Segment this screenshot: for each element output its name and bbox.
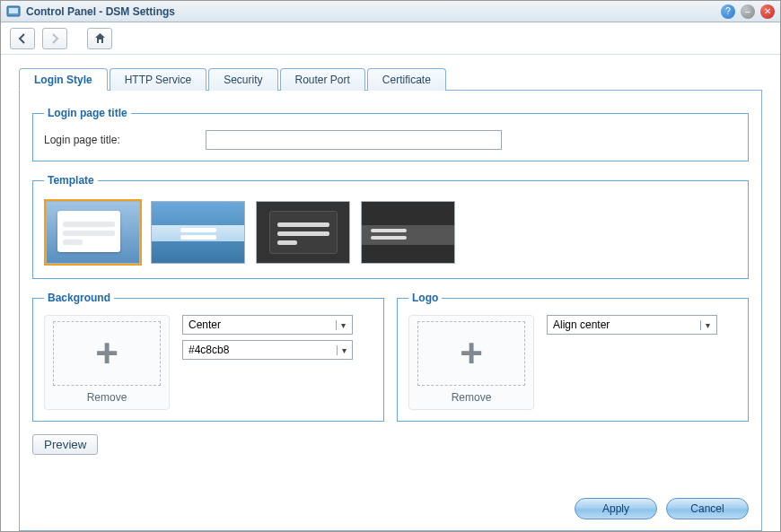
background-remove-link[interactable]: Remove xyxy=(87,391,127,404)
plus-icon: + xyxy=(460,334,483,373)
logo-align-select[interactable]: Align center ▾ xyxy=(547,315,717,335)
template-option-4[interactable] xyxy=(361,201,455,264)
titlebar: Control Panel - DSM Settings ? – ✕ xyxy=(1,1,780,22)
chevron-down-icon: ▾ xyxy=(337,345,350,355)
button-label: Apply xyxy=(602,502,629,515)
logo-remove-link[interactable]: Remove xyxy=(452,391,492,404)
tab-login-style[interactable]: Login Style xyxy=(19,68,108,91)
home-icon xyxy=(94,32,106,44)
toolbar xyxy=(1,22,780,55)
select-value: Center xyxy=(189,318,221,331)
legend-template: Template xyxy=(44,174,98,187)
legend-login-title: Login page title xyxy=(44,107,131,119)
content: Login Style HTTP Service Security Router… xyxy=(1,55,780,531)
tab-label: Certificate xyxy=(382,74,431,86)
close-button[interactable]: ✕ xyxy=(760,4,775,19)
tab-security[interactable]: Security xyxy=(208,68,277,91)
logo-add-button[interactable]: + xyxy=(417,321,525,386)
help-button[interactable]: ? xyxy=(721,4,735,19)
template-option-3[interactable] xyxy=(256,201,350,264)
tab-router-port[interactable]: Router Port xyxy=(280,68,365,91)
window: Control Panel - DSM Settings ? – ✕ Login… xyxy=(0,0,781,532)
button-label: Preview xyxy=(44,438,86,451)
svg-rect-1 xyxy=(9,8,18,13)
login-title-input[interactable] xyxy=(206,130,502,150)
apply-button[interactable]: Apply xyxy=(575,498,657,519)
arrow-right-icon xyxy=(49,33,60,44)
login-title-label: Login page title: xyxy=(44,134,206,146)
template-option-1[interactable] xyxy=(46,201,140,264)
back-button[interactable] xyxy=(10,28,35,49)
tab-label: HTTP Service xyxy=(125,74,191,86)
background-position-select[interactable]: Center ▾ xyxy=(182,315,353,335)
select-value: Align center xyxy=(553,318,610,331)
tab-http-service[interactable]: HTTP Service xyxy=(110,68,206,91)
cancel-button[interactable]: Cancel xyxy=(666,498,749,519)
tab-label: Login Style xyxy=(34,74,92,86)
template-fieldset: Template xyxy=(32,174,749,279)
tab-label: Security xyxy=(224,74,262,86)
background-color-input[interactable] xyxy=(189,344,337,356)
template-option-2[interactable] xyxy=(151,201,245,264)
chevron-down-icon: ▾ xyxy=(336,320,350,330)
plus-icon: + xyxy=(95,334,118,373)
tab-panel: Login page title Login page title: Templ… xyxy=(19,90,762,531)
minimize-button[interactable]: – xyxy=(741,4,755,19)
login-title-fieldset: Login page title Login page title: xyxy=(32,107,749,161)
legend-background: Background xyxy=(44,292,114,304)
background-color-combo[interactable]: ▾ xyxy=(182,340,353,360)
preview-button[interactable]: Preview xyxy=(32,434,98,455)
tabs: Login Style HTTP Service Security Router… xyxy=(19,67,762,90)
tab-label: Router Port xyxy=(295,74,350,86)
window-title: Control Panel - DSM Settings xyxy=(26,5,715,18)
arrow-left-icon xyxy=(17,33,28,44)
background-fieldset: Background + Remove C xyxy=(32,292,384,422)
home-button[interactable] xyxy=(87,28,112,49)
logo-fieldset: Logo + Remove Align c xyxy=(397,292,749,422)
background-add-button[interactable]: + xyxy=(53,321,161,386)
tab-certificate[interactable]: Certificate xyxy=(367,68,446,91)
footer-buttons: Apply Cancel xyxy=(32,498,749,519)
logo-dropzone: + Remove xyxy=(408,315,534,410)
chevron-down-icon: ▾ xyxy=(700,320,715,330)
app-icon xyxy=(6,4,21,19)
forward-button[interactable] xyxy=(42,28,67,49)
button-label: Cancel xyxy=(690,502,724,515)
background-dropzone: + Remove xyxy=(44,315,170,410)
legend-logo: Logo xyxy=(408,292,442,304)
